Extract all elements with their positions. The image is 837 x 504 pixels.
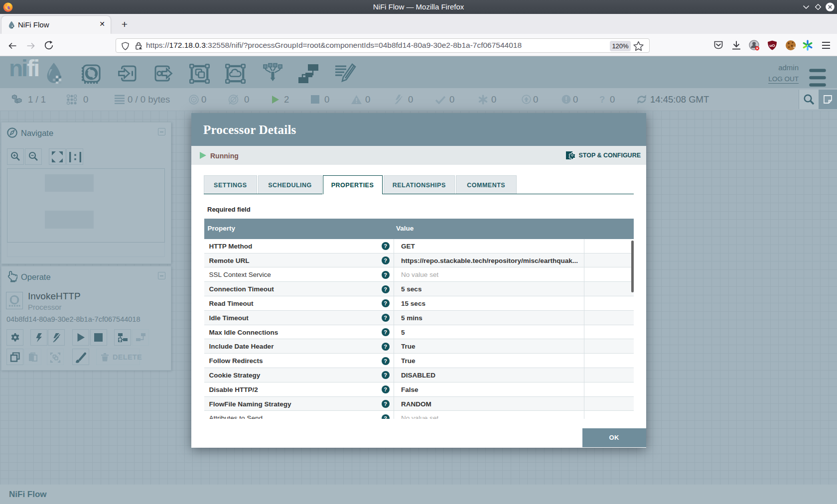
svg-text:uO: uO — [769, 43, 775, 48]
